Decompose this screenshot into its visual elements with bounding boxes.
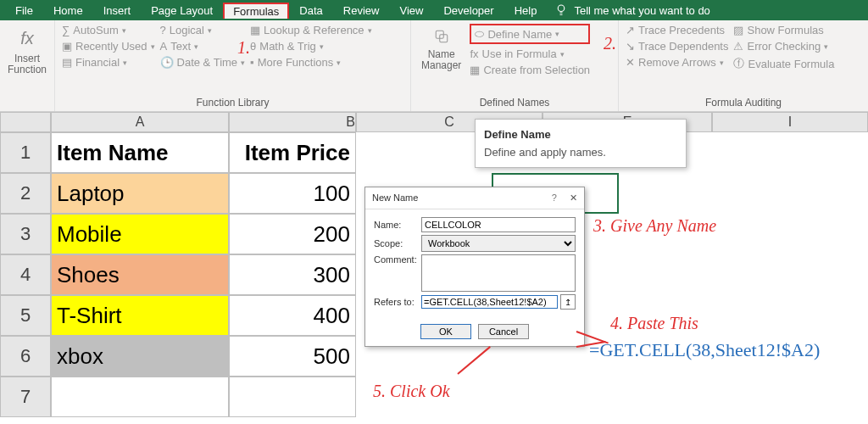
tab-help[interactable]: Help bbox=[504, 2, 548, 20]
recently-used-button[interactable]: ▣ Recently Used ▾ bbox=[62, 40, 155, 53]
col-B[interactable]: B bbox=[229, 112, 356, 132]
row-5-header[interactable]: 5 bbox=[0, 295, 51, 336]
tab-file[interactable]: File bbox=[5, 2, 43, 20]
cell-B5[interactable]: 400 bbox=[229, 295, 356, 336]
lookup-icon: ▦ bbox=[250, 24, 260, 36]
cell-A3[interactable]: Mobile bbox=[51, 214, 229, 254]
svg-point-0 bbox=[559, 5, 565, 12]
tell-me-label: Tell me what you want to do bbox=[574, 4, 709, 17]
theta-icon: θ bbox=[250, 40, 256, 53]
cell-B6[interactable]: 500 bbox=[229, 336, 356, 377]
tab-home[interactable]: Home bbox=[43, 2, 93, 20]
define-name-tooltip: Define Name Define and apply names. bbox=[475, 119, 687, 168]
cell-A6[interactable]: xbox bbox=[51, 336, 229, 377]
col-I[interactable]: I bbox=[712, 112, 868, 132]
annotation-5: 5. Click Ok bbox=[373, 382, 450, 401]
close-icon[interactable]: ✕ bbox=[570, 192, 577, 203]
comment-input[interactable] bbox=[421, 254, 576, 292]
cell-A7[interactable] bbox=[51, 377, 229, 417]
tab-data[interactable]: Data bbox=[289, 2, 332, 20]
cell-B2[interactable]: 100 bbox=[229, 173, 356, 214]
remove-arrows-button[interactable]: ✕ Remove Arrows ▾ bbox=[626, 56, 728, 69]
trace-dependents-button[interactable]: ↘ Trace Dependents bbox=[626, 40, 728, 53]
name-manager-button[interactable]: NameManager bbox=[418, 24, 465, 76]
ok-button[interactable]: OK bbox=[420, 324, 471, 339]
defined-names-label: Defined Names bbox=[418, 95, 611, 111]
cell-B3[interactable]: 200 bbox=[229, 214, 356, 254]
formula-auditing-label: Formula Auditing bbox=[626, 95, 861, 111]
clock-icon: 🕒 bbox=[160, 56, 174, 69]
name-input[interactable] bbox=[421, 217, 576, 232]
help-icon[interactable]: ? bbox=[552, 192, 557, 203]
tab-formulas[interactable]: Formulas bbox=[223, 3, 289, 19]
insert-function-button[interactable]: fx InsertFunction bbox=[7, 24, 47, 75]
ribbon: fx InsertFunction ∑ AutoSum ▾ ▣ Recently… bbox=[0, 20, 868, 112]
dialog-title: New Name bbox=[372, 192, 418, 204]
new-name-dialog: New Name ? ✕ Name: Scope: Workbook Comme… bbox=[364, 187, 585, 347]
lookup-button[interactable]: ▦ Lookup & Reference ▾ bbox=[250, 24, 372, 36]
datetime-button[interactable]: 🕒 Date & Time ▾ bbox=[160, 56, 246, 69]
cell-A1[interactable]: Item Name bbox=[51, 132, 229, 173]
show-formulas-button[interactable]: ▨ Show Formulas bbox=[733, 24, 834, 36]
error-checking-button[interactable]: ⚠ Error Checking ▾ bbox=[733, 40, 834, 53]
show-icon: ▨ bbox=[733, 24, 743, 36]
more-functions-button[interactable]: ▪ More Functions ▾ bbox=[250, 56, 372, 69]
tag-icon bbox=[434, 29, 449, 44]
evaluate-formula-button[interactable]: ⓕ Evaluate Formula bbox=[733, 56, 834, 71]
row-2-header[interactable]: 2 bbox=[0, 173, 51, 214]
sigma-icon: ∑ bbox=[62, 24, 70, 36]
question-icon: ? bbox=[160, 24, 166, 36]
tooltip-title: Define Name bbox=[484, 128, 677, 141]
cell-A2[interactable]: Laptop bbox=[51, 173, 229, 214]
arrow-icon: ↘ bbox=[626, 40, 635, 53]
annotation-1: 1. bbox=[237, 38, 250, 58]
text-icon: A bbox=[160, 40, 168, 53]
math-button[interactable]: θ Math & Trig ▾ bbox=[250, 40, 372, 53]
define-icon: ⬭ bbox=[475, 27, 484, 41]
tab-view[interactable]: View bbox=[389, 2, 433, 20]
autosum-button[interactable]: ∑ AutoSum ▾ bbox=[62, 24, 155, 36]
row-1-header[interactable]: 1 bbox=[0, 132, 51, 173]
annotation-4: 4. Paste This bbox=[610, 314, 698, 333]
tab-insert[interactable]: Insert bbox=[93, 2, 142, 20]
trace-precedents-button[interactable]: ↗ Trace Precedents bbox=[626, 24, 728, 36]
annotation-3: 3. Give Any Name bbox=[593, 216, 716, 236]
row-3-header[interactable]: 3 bbox=[0, 214, 51, 254]
cell-A5[interactable]: T-Shirt bbox=[51, 295, 229, 336]
text-button[interactable]: A Text ▾ bbox=[160, 40, 246, 53]
cell-B4[interactable]: 300 bbox=[229, 254, 356, 295]
cancel-button[interactable]: Cancel bbox=[478, 324, 529, 339]
tab-review[interactable]: Review bbox=[333, 2, 390, 20]
money-icon: ▤ bbox=[62, 56, 72, 69]
col-A[interactable]: A bbox=[51, 112, 229, 132]
refers-input[interactable]: =GET.CELL(38,Sheet12!$A2) bbox=[421, 295, 558, 309]
range-picker-button[interactable]: ↥ bbox=[560, 294, 576, 310]
fx-icon: fx bbox=[20, 29, 34, 48]
remove-icon: ✕ bbox=[626, 56, 635, 69]
create-from-selection-button[interactable]: ▦ Create from Selection bbox=[470, 64, 590, 76]
cell-B7[interactable] bbox=[229, 377, 356, 417]
tab-developer[interactable]: Developer bbox=[433, 2, 504, 20]
logical-button[interactable]: ? Logical ▾ bbox=[160, 24, 246, 36]
row-6-header[interactable]: 6 bbox=[0, 336, 51, 377]
eval-icon: ⓕ bbox=[733, 56, 744, 71]
use-in-formula-button[interactable]: fx Use in Formula ▾ bbox=[470, 47, 590, 60]
cell-B1[interactable]: Item Price bbox=[229, 132, 356, 173]
name-label: Name: bbox=[374, 220, 421, 230]
warn-icon: ⚠ bbox=[733, 40, 743, 53]
formula-icon: fx bbox=[470, 47, 478, 60]
tab-page-layout[interactable]: Page Layout bbox=[141, 2, 223, 20]
arrow-up-icon: ↥ bbox=[565, 298, 571, 307]
tell-me[interactable]: Tell me what you want to do bbox=[547, 3, 709, 18]
comment-label: Comment: bbox=[374, 254, 421, 265]
row-4-header[interactable]: 4 bbox=[0, 254, 51, 295]
create-icon: ▦ bbox=[470, 64, 480, 76]
cell-A4[interactable]: Shoes bbox=[51, 254, 229, 295]
define-name-button[interactable]: ⬭ Define Name ▾ bbox=[470, 24, 590, 44]
scope-select[interactable]: Workbook bbox=[421, 235, 576, 252]
financial-button[interactable]: ▤ Financial ▾ bbox=[62, 56, 155, 69]
annotation-formula-blue: =GET.CELL(38,Sheet12!$A2) bbox=[589, 339, 820, 361]
row-7-header[interactable]: 7 bbox=[0, 377, 51, 417]
refers-label: Refers to: bbox=[374, 297, 421, 307]
select-all[interactable] bbox=[0, 112, 51, 132]
